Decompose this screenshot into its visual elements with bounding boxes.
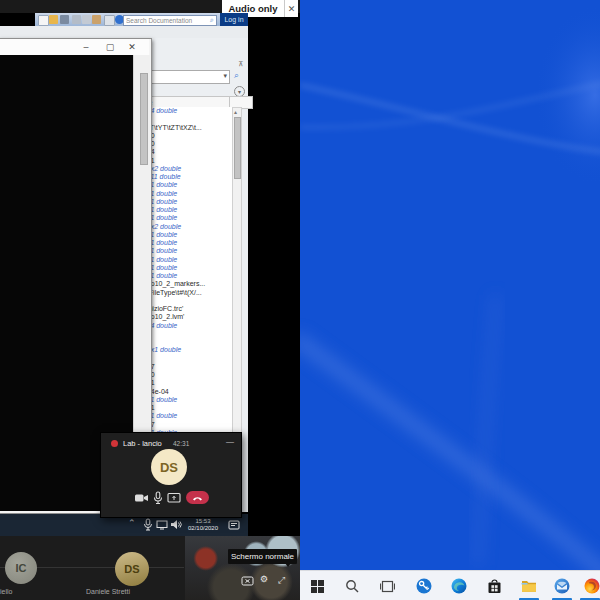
fullscreen-icon[interactable]: ⤢: [278, 576, 285, 585]
workspace-row[interactable]: 90x2 double: [141, 223, 233, 231]
taskbar-time: 15:53: [184, 518, 222, 525]
minimize-icon[interactable]: –: [79, 40, 93, 54]
screen-mode-tooltip: Schermo normale: [228, 549, 297, 564]
figure-scrollbar[interactable]: [140, 73, 148, 165]
notification-icon[interactable]: [228, 520, 240, 530]
banner-close-button[interactable]: ✕: [285, 0, 298, 17]
workspace-row[interactable]: [141, 355, 233, 363]
workspace-row[interactable]: [141, 115, 233, 123]
store-icon: [487, 579, 502, 594]
clock[interactable]: 15:53 02/10/2020: [184, 518, 222, 532]
doc-search-input[interactable]: Search Documentation ⌕: [123, 15, 217, 26]
figure-title-bar[interactable]: – ▢ ✕: [0, 39, 149, 56]
workspace-row[interactable]: 37x1 double: [141, 346, 233, 354]
new-script-icon[interactable]: [38, 15, 49, 26]
file-explorer-button[interactable]: [521, 578, 537, 594]
workspace-row[interactable]: 9x4 double: [141, 322, 233, 330]
workspace-row[interactable]: 280: [141, 132, 233, 140]
workspace-row[interactable]: 160: [141, 371, 233, 379]
workspace-row[interactable]: tXT\tYT\tZT\tXZ\t...: [141, 124, 233, 132]
workspace-row[interactable]: 027: [141, 421, 233, 429]
workspace-row[interactable]: opo10_2_markers...: [141, 280, 233, 288]
speaker-icon[interactable]: [170, 519, 182, 530]
workspace-row[interactable]: 9x11 double: [141, 173, 233, 181]
settings-gear-icon[interactable]: ⚙: [260, 575, 268, 584]
workspace-row[interactable]: 9x1 double: [141, 190, 233, 198]
workspace-row[interactable]: 034: [141, 148, 233, 156]
workspace-row[interactable]: 9x4 double: [141, 107, 233, 115]
open-folder-icon[interactable]: [49, 15, 58, 24]
maximize-icon[interactable]: ▢: [103, 40, 117, 54]
doc-search-placeholder: Search Documentation: [126, 17, 210, 24]
hang-up-button[interactable]: [186, 491, 209, 504]
screen: Audio only ✕ Search Documentation ⌕ Log …: [0, 0, 600, 600]
cut-icon[interactable]: [72, 15, 81, 24]
workspace-row[interactable]: 9x1 double: [141, 264, 233, 272]
workspace-row[interactable]: [141, 297, 233, 305]
workspace-row[interactable]: 1: [141, 338, 233, 346]
workspace-row[interactable]: 9x1 double: [141, 412, 233, 420]
participant-initials: IC: [16, 562, 27, 574]
workspace-row[interactable]: 9x1 double: [141, 206, 233, 214]
thunderbird-button[interactable]: [554, 578, 570, 594]
workspace-row[interactable]: 9x1 double: [141, 214, 233, 222]
workspace-row[interactable]: 507: [141, 363, 233, 371]
chevron-down-icon[interactable]: ▾: [223, 72, 227, 80]
taskbar-search-button[interactable]: [344, 578, 360, 594]
mic-toggle-icon[interactable]: [153, 491, 163, 505]
participant-avatar[interactable]: IC: [5, 552, 37, 584]
scroll-up-icon[interactable]: ▴: [234, 108, 237, 115]
scrollbar-thumb[interactable]: [234, 117, 241, 179]
call-avatar: DS: [151, 449, 187, 485]
workspace-row[interactable]: 84x2 double: [141, 165, 233, 173]
workspace-row[interactable]: 284e-04: [141, 388, 233, 396]
workspace-row[interactable]: _inizioFC.trc': [141, 305, 233, 313]
workspace-row[interactable]: 9x1 double: [141, 396, 233, 404]
edge-button[interactable]: [451, 578, 467, 594]
pip-close-icon[interactable]: [241, 576, 254, 586]
workspace-row[interactable]: [141, 330, 233, 338]
workspace-row[interactable]: 9x1 double: [141, 272, 233, 280]
start-button[interactable]: [309, 578, 325, 594]
workspace-row[interactable]: 9x1 double: [141, 181, 233, 189]
store-button[interactable]: [486, 578, 502, 594]
workspace-row[interactable]: 491: [141, 157, 233, 165]
call-monitor-window[interactable]: Lab - lancio 42:31 — DS: [100, 432, 242, 518]
dock-icon[interactable]: ⊼: [238, 60, 243, 67]
tray-chevron-icon[interactable]: ⌃: [128, 519, 136, 528]
print-icon[interactable]: [104, 15, 115, 26]
close-window-icon[interactable]: ✕: [125, 40, 139, 54]
workspace-row[interactable]: 561: [141, 404, 233, 412]
task-view-button[interactable]: [379, 578, 395, 594]
workspace-row[interactable]: 9x1 double: [141, 239, 233, 247]
participant-strip: IC iello DS Daniele Stretti Schermo norm…: [0, 536, 300, 600]
workspace-row[interactable]: thFileType\t#\t(X/...: [141, 289, 233, 297]
key-app-icon: [416, 578, 432, 594]
camera-video-thumbnail[interactable]: Schermo normale ⚙ ⤢: [185, 536, 300, 600]
camera-toggle-icon[interactable]: [134, 492, 149, 504]
login-button[interactable]: Log in: [220, 13, 248, 26]
task-view-icon: [380, 580, 395, 593]
copy-icon[interactable]: [82, 15, 91, 24]
display-icon[interactable]: [156, 520, 168, 530]
search-icon[interactable]: ⌕: [210, 16, 214, 24]
workspace-row[interactable]: 9x1 double: [141, 231, 233, 239]
workspace-row[interactable]: 9x1 double: [141, 198, 233, 206]
workspace-row[interactable]: 9x1 double: [141, 256, 233, 264]
workspace-row[interactable]: 9x1 double: [141, 247, 233, 255]
screen-share-icon[interactable]: [167, 492, 181, 504]
workspace-filter-input[interactable]: ▾: [140, 70, 230, 84]
save-icon[interactable]: [60, 15, 69, 24]
participant-avatar[interactable]: DS: [115, 552, 149, 586]
tooltip-pointer: [285, 563, 291, 567]
hangup-phone-icon: [192, 495, 203, 501]
workspace-row[interactable]: 320: [141, 140, 233, 148]
minimize-call-icon[interactable]: —: [226, 437, 234, 446]
workspace-row[interactable]: opo10_2.lvm': [141, 313, 233, 321]
workspace-search-icon[interactable]: ⌕: [234, 71, 239, 80]
microphone-icon[interactable]: [143, 518, 153, 531]
firefox-button[interactable]: [584, 578, 600, 594]
workspace-row[interactable]: 051: [141, 379, 233, 387]
key-app-button[interactable]: [416, 578, 432, 594]
paste-icon[interactable]: [92, 15, 101, 24]
